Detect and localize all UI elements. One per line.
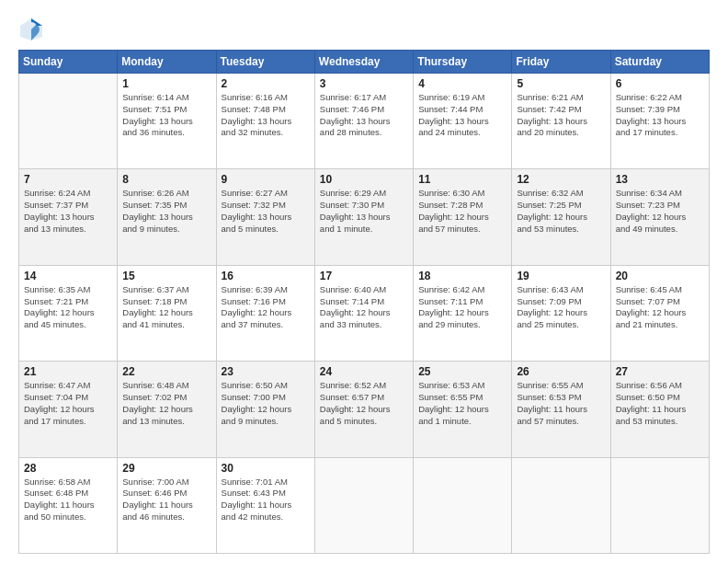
day-number: 5: [517, 77, 605, 90]
calendar-cell: 17Sunrise: 6:40 AM Sunset: 7:14 PM Dayli…: [314, 265, 413, 361]
calendar-cell: 5Sunrise: 6:21 AM Sunset: 7:42 PM Daylig…: [512, 74, 610, 169]
day-info: Sunrise: 6:29 AM Sunset: 7:30 PM Dayligh…: [320, 188, 408, 235]
day-number: 1: [122, 77, 210, 90]
calendar-cell: [414, 457, 512, 553]
calendar-cell: 27Sunrise: 6:56 AM Sunset: 6:50 PM Dayli…: [610, 362, 709, 457]
calendar-cell: 13Sunrise: 6:34 AM Sunset: 7:23 PM Dayli…: [610, 169, 709, 265]
calendar-cell: 21Sunrise: 6:47 AM Sunset: 7:04 PM Dayli…: [19, 362, 118, 457]
calendar-cell: 29Sunrise: 7:00 AM Sunset: 6:46 PM Dayli…: [118, 457, 216, 553]
day-info: Sunrise: 6:21 AM Sunset: 7:42 PM Dayligh…: [517, 92, 605, 139]
day-number: 10: [320, 173, 408, 186]
logo: [18, 17, 48, 42]
calendar-cell: 7Sunrise: 6:24 AM Sunset: 7:37 PM Daylig…: [19, 169, 118, 265]
calendar-cell: 30Sunrise: 7:01 AM Sunset: 6:43 PM Dayli…: [216, 457, 314, 553]
day-info: Sunrise: 6:24 AM Sunset: 7:37 PM Dayligh…: [24, 188, 112, 235]
day-info: Sunrise: 6:27 AM Sunset: 7:32 PM Dayligh…: [222, 188, 310, 235]
day-number: 19: [517, 270, 605, 282]
calendar-cell: 20Sunrise: 6:45 AM Sunset: 7:07 PM Dayli…: [610, 265, 709, 361]
day-number: 18: [418, 270, 506, 282]
day-info: Sunrise: 6:22 AM Sunset: 7:39 PM Dayligh…: [616, 92, 704, 139]
day-number: 14: [24, 270, 112, 282]
day-info: Sunrise: 6:34 AM Sunset: 7:23 PM Dayligh…: [616, 188, 704, 235]
calendar-cell: 10Sunrise: 6:29 AM Sunset: 7:30 PM Dayli…: [314, 169, 413, 265]
day-number: 11: [418, 173, 506, 186]
page: SundayMondayTuesdayWednesdayThursdayFrid…: [0, 0, 728, 563]
calendar-cell: 3Sunrise: 6:17 AM Sunset: 7:46 PM Daylig…: [314, 74, 413, 169]
calendar-cell: 9Sunrise: 6:27 AM Sunset: 7:32 PM Daylig…: [216, 169, 314, 265]
weekday-tuesday: Tuesday: [216, 51, 314, 74]
day-info: Sunrise: 6:37 AM Sunset: 7:18 PM Dayligh…: [122, 284, 210, 331]
day-number: 16: [222, 270, 310, 282]
day-info: Sunrise: 6:53 AM Sunset: 6:55 PM Dayligh…: [418, 380, 506, 427]
day-info: Sunrise: 6:39 AM Sunset: 7:16 PM Dayligh…: [222, 284, 310, 331]
calendar-cell: 11Sunrise: 6:30 AM Sunset: 7:28 PM Dayli…: [414, 169, 512, 265]
calendar: SundayMondayTuesdayWednesdayThursdayFrid…: [18, 50, 710, 554]
weekday-monday: Monday: [118, 51, 216, 74]
day-info: Sunrise: 6:48 AM Sunset: 7:02 PM Dayligh…: [122, 380, 210, 427]
day-number: 24: [320, 365, 408, 378]
day-number: 25: [418, 365, 506, 378]
day-number: 12: [517, 173, 605, 186]
calendar-cell: 16Sunrise: 6:39 AM Sunset: 7:16 PM Dayli…: [216, 265, 314, 361]
day-number: 6: [616, 77, 704, 90]
week-row-4: 21Sunrise: 6:47 AM Sunset: 7:04 PM Dayli…: [19, 362, 710, 457]
weekday-wednesday: Wednesday: [314, 51, 413, 74]
day-info: Sunrise: 6:58 AM Sunset: 6:48 PM Dayligh…: [24, 477, 112, 523]
day-info: Sunrise: 6:14 AM Sunset: 7:51 PM Dayligh…: [122, 92, 210, 139]
day-info: Sunrise: 6:26 AM Sunset: 7:35 PM Dayligh…: [122, 188, 210, 235]
calendar-cell: 18Sunrise: 6:42 AM Sunset: 7:11 PM Dayli…: [414, 265, 512, 361]
day-number: 29: [122, 462, 210, 475]
calendar-cell: 19Sunrise: 6:43 AM Sunset: 7:09 PM Dayli…: [512, 265, 610, 361]
day-number: 22: [122, 365, 210, 378]
day-number: 3: [320, 77, 408, 90]
calendar-cell: 4Sunrise: 6:19 AM Sunset: 7:44 PM Daylig…: [414, 74, 512, 169]
day-info: Sunrise: 6:47 AM Sunset: 7:04 PM Dayligh…: [24, 380, 112, 427]
week-row-2: 7Sunrise: 6:24 AM Sunset: 7:37 PM Daylig…: [19, 169, 710, 265]
logo-icon: [18, 17, 44, 42]
day-number: 2: [222, 77, 310, 90]
calendar-cell: 26Sunrise: 6:55 AM Sunset: 6:53 PM Dayli…: [512, 362, 610, 457]
day-number: 7: [24, 173, 112, 186]
day-info: Sunrise: 6:55 AM Sunset: 6:53 PM Dayligh…: [517, 380, 605, 427]
week-row-3: 14Sunrise: 6:35 AM Sunset: 7:21 PM Dayli…: [19, 265, 710, 361]
day-info: Sunrise: 6:50 AM Sunset: 7:00 PM Dayligh…: [222, 380, 310, 427]
header-row: [18, 17, 710, 42]
day-info: Sunrise: 6:56 AM Sunset: 6:50 PM Dayligh…: [616, 380, 704, 427]
weekday-sunday: Sunday: [19, 51, 118, 74]
day-number: 23: [222, 365, 310, 378]
calendar-cell: 23Sunrise: 6:50 AM Sunset: 7:00 PM Dayli…: [216, 362, 314, 457]
calendar-cell: 14Sunrise: 6:35 AM Sunset: 7:21 PM Dayli…: [19, 265, 118, 361]
day-number: 13: [616, 173, 704, 186]
day-number: 17: [320, 270, 408, 282]
day-info: Sunrise: 6:43 AM Sunset: 7:09 PM Dayligh…: [517, 284, 605, 331]
calendar-cell: 12Sunrise: 6:32 AM Sunset: 7:25 PM Dayli…: [512, 169, 610, 265]
day-info: Sunrise: 6:19 AM Sunset: 7:44 PM Dayligh…: [418, 92, 506, 139]
day-number: 4: [418, 77, 506, 90]
calendar-cell: 1Sunrise: 6:14 AM Sunset: 7:51 PM Daylig…: [118, 74, 216, 169]
calendar-cell: [610, 457, 709, 553]
day-info: Sunrise: 6:45 AM Sunset: 7:07 PM Dayligh…: [616, 284, 704, 331]
day-number: 21: [24, 365, 112, 378]
day-info: Sunrise: 6:16 AM Sunset: 7:48 PM Dayligh…: [222, 92, 310, 139]
calendar-cell: [19, 74, 118, 169]
day-info: Sunrise: 6:17 AM Sunset: 7:46 PM Dayligh…: [320, 92, 408, 139]
day-number: 8: [122, 173, 210, 186]
day-info: Sunrise: 6:52 AM Sunset: 6:57 PM Dayligh…: [320, 380, 408, 427]
day-info: Sunrise: 7:01 AM Sunset: 6:43 PM Dayligh…: [222, 477, 310, 523]
calendar-cell: 6Sunrise: 6:22 AM Sunset: 7:39 PM Daylig…: [610, 74, 709, 169]
weekday-friday: Friday: [512, 51, 610, 74]
day-info: Sunrise: 7:00 AM Sunset: 6:46 PM Dayligh…: [122, 477, 210, 523]
calendar-cell: [314, 457, 413, 553]
week-row-1: 1Sunrise: 6:14 AM Sunset: 7:51 PM Daylig…: [19, 74, 710, 169]
day-info: Sunrise: 6:42 AM Sunset: 7:11 PM Dayligh…: [418, 284, 506, 331]
day-number: 15: [122, 270, 210, 282]
day-info: Sunrise: 6:35 AM Sunset: 7:21 PM Dayligh…: [24, 284, 112, 331]
calendar-cell: 2Sunrise: 6:16 AM Sunset: 7:48 PM Daylig…: [216, 74, 314, 169]
weekday-header-row: SundayMondayTuesdayWednesdayThursdayFrid…: [19, 51, 710, 74]
day-number: 30: [222, 462, 310, 475]
day-info: Sunrise: 6:32 AM Sunset: 7:25 PM Dayligh…: [517, 188, 605, 235]
calendar-cell: 25Sunrise: 6:53 AM Sunset: 6:55 PM Dayli…: [414, 362, 512, 457]
calendar-cell: 28Sunrise: 6:58 AM Sunset: 6:48 PM Dayli…: [19, 457, 118, 553]
day-number: 20: [616, 270, 704, 282]
day-number: 26: [517, 365, 605, 378]
